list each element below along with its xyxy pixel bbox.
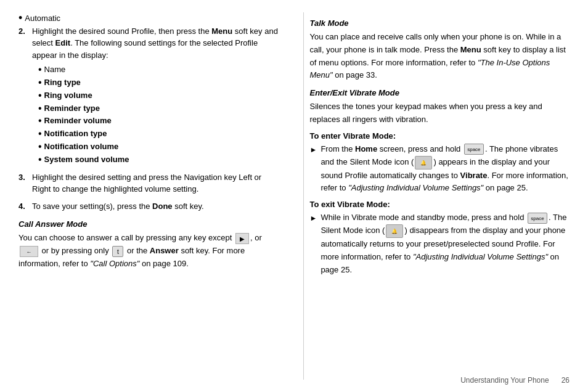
key-icon-1: ▶: [235, 233, 249, 244]
item4-num: 4.: [18, 200, 27, 213]
item4-text-before: To save your setting(s), press the: [32, 202, 152, 211]
exit-vibrate-arrow-icon: ►: [310, 213, 317, 276]
numbered-item-4: 4. To save your setting(s), press the Do…: [18, 200, 279, 213]
enter-vibrate-section: To enter Vibrate Mode: ► From the Home s…: [310, 131, 570, 195]
item2-edit-label: Edit: [55, 38, 71, 47]
sub-bullet-notification-volume: •Notification volume: [38, 141, 279, 153]
enter-exit-section: Enter/Exit Vibrate Mode Silences the ton…: [310, 88, 570, 126]
enter-vibrate-arrow-item: ► From the Home screen, press and hold s…: [310, 143, 570, 195]
t-key-icon: t: [112, 246, 123, 257]
exit-vibrate-title: To exit Vibrate Mode:: [310, 200, 570, 209]
numbered-item-3: 3. Highlight the desired setting and pre…: [18, 171, 279, 195]
vibrate-icon-2: 🔔: [386, 224, 403, 238]
talk-mode-body: You can place and receive calls only whe…: [310, 31, 570, 82]
item3-content: Highlight the desired setting and press …: [32, 171, 279, 195]
item2-subbullets: •Name •Ring type •Ring volume •Reminder …: [38, 63, 279, 166]
enter-vibrate-arrow-icon: ►: [310, 144, 317, 195]
intro-bullet-text: Automatic: [25, 12, 60, 25]
tm-menu-label: Menu: [460, 45, 481, 54]
call-answer-mode-section: Call Answer Mode You can choose to answe…: [18, 219, 279, 270]
footer-page: 26: [561, 376, 570, 385]
enter-vibrate-content: From the Home screen, press and hold spa…: [321, 143, 570, 195]
sub-bullet-reminder-volume: •Reminder volume: [38, 115, 279, 128]
item2-text-before: Highlight the desired sound Profile, the…: [32, 27, 211, 36]
item4-done-label: Done: [152, 202, 173, 211]
exit-vibrate-arrow-item: ► While in Vibrate mode and standby mode…: [310, 211, 570, 276]
tm-page-ref: on page 33.: [333, 70, 377, 80]
sub-bullet-name: •Name: [38, 63, 279, 76]
sub-bullet-ring-type: •Ring type: [38, 76, 279, 89]
enter-exit-title: Enter/Exit Vibrate Mode: [310, 88, 570, 97]
item4-content: To save your setting(s), press the Done …: [32, 200, 279, 213]
talk-mode-section: Talk Mode You can place and receive call…: [310, 18, 570, 82]
footer: Understanding Your Phone 26: [460, 376, 570, 385]
item3-num: 3.: [18, 171, 27, 195]
key-icon-2: ←: [20, 246, 38, 257]
sub-bullet-ring-volume: •Ring volume: [38, 89, 279, 102]
enter-exit-body: Silences the tones your keypad makes whe…: [310, 100, 570, 126]
numbered-item-2: 2. Highlight the desired sound Profile, …: [18, 25, 279, 166]
right-column: Talk Mode You can place and receive call…: [303, 12, 570, 380]
call-answer-mode-title: Call Answer Mode: [18, 219, 279, 229]
item2-menu-label: Menu: [211, 27, 232, 36]
vibrate-icon-1: 🔔: [415, 156, 432, 169]
sub-bullet-system-sound: •System sound volume: [38, 153, 279, 166]
item2-num: 2.: [18, 25, 27, 166]
item4-text-after: soft key.: [173, 202, 204, 211]
talk-mode-title: Talk Mode: [310, 18, 570, 28]
footer-label: Understanding Your Phone: [460, 376, 549, 385]
space-key-2: space: [528, 213, 547, 224]
enter-vibrate-title: To enter Vibrate Mode:: [310, 131, 570, 141]
intro-bullet: • Automatic: [18, 12, 279, 25]
ev-text-before: From the: [321, 144, 355, 153]
cam-body-before: You can choose to answer a call by press…: [18, 233, 234, 242]
sub-bullet-notification-type: •Notification type: [38, 128, 279, 141]
exit-vibrate-content: While in Vibrate mode and standby mode, …: [321, 211, 570, 276]
call-answer-mode-body: You can choose to answer a call by press…: [18, 232, 279, 270]
item2-content: Highlight the desired sound Profile, the…: [32, 25, 279, 166]
sub-bullet-reminder-type: •Reminder type: [38, 102, 279, 115]
space-key-1: space: [464, 144, 484, 155]
left-column: • Automatic 2. Highlight the desired sou…: [18, 12, 285, 380]
exit-vibrate-section: To exit Vibrate Mode: ► While in Vibrate…: [310, 200, 570, 276]
